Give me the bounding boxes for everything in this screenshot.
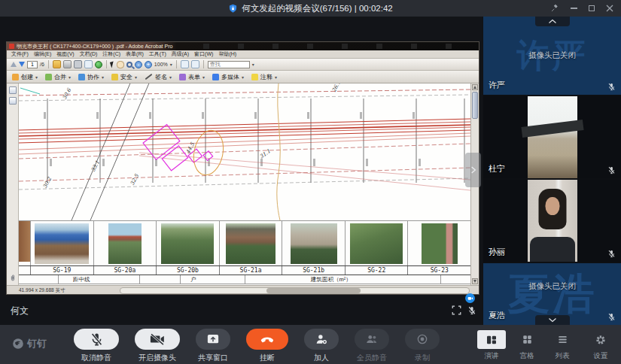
tool-label: 签名	[155, 73, 167, 81]
horizontal-scrollbar[interactable]	[120, 287, 470, 294]
page-number-input[interactable]	[27, 61, 38, 68]
camera-on-button[interactable]: 开启摄像头	[135, 329, 180, 363]
add-person-button[interactable]: 加人	[304, 329, 339, 363]
tool-combine-button[interactable]: 合并▾	[45, 73, 71, 81]
v-scroll-thumb[interactable]	[472, 92, 478, 119]
photo-cell	[94, 221, 157, 265]
mute-all-button[interactable]: 全员静音	[355, 329, 389, 363]
collapse-down-button[interactable]	[535, 315, 570, 325]
tool-label: 合并	[54, 73, 66, 81]
photo-label: SG-19	[31, 266, 94, 275]
settings-button[interactable]: 设置	[589, 330, 612, 361]
gear-icon	[589, 330, 612, 349]
fit-page-icon[interactable]	[191, 60, 199, 68]
comment-icon	[251, 74, 258, 80]
minimize-button[interactable]	[571, 8, 577, 9]
page-prev-button[interactable]	[11, 62, 17, 67]
participant-tile[interactable]: 许严 摄像头已关闭 许严	[483, 17, 621, 95]
fullscreen-icon[interactable]	[452, 305, 461, 315]
page-next-button[interactable]	[19, 62, 25, 67]
menu-file[interactable]: 文件(F)	[11, 50, 29, 58]
share-window-button[interactable]: 共享窗口	[196, 329, 230, 363]
layers-panel-icon[interactable]	[9, 97, 17, 105]
participant-tile[interactable]: 孙丽	[483, 180, 621, 262]
participant-tile[interactable]: 夏浩 摄像头已关闭 夏浩	[483, 263, 621, 325]
menu-help[interactable]: 帮助(H)	[218, 50, 236, 58]
h-scroll-thumb[interactable]	[266, 288, 361, 293]
combine-icon	[45, 74, 52, 80]
hangup-button[interactable]: 挂断	[246, 329, 288, 363]
call-controls: 取消静音 开启摄像头 共享窗口 挂断 加人	[74, 329, 440, 363]
scroll-up-button[interactable]	[472, 84, 478, 90]
menu-window[interactable]: 窗口(W)	[194, 50, 213, 58]
divider	[203, 60, 204, 68]
camera-bubble-icon[interactable]	[465, 293, 475, 303]
tool-label: 多媒体	[221, 73, 239, 81]
pages-panel-icon[interactable]	[9, 86, 17, 94]
print-icon[interactable]	[63, 60, 72, 68]
divider	[48, 60, 49, 68]
document-canvas[interactable]: 30.6 33.1 32.5 30.2 44.5 31.1 26.1	[19, 83, 470, 285]
tool-secure-button[interactable]: 安全▾	[111, 73, 137, 81]
zoom-in-button[interactable]: +	[145, 61, 152, 68]
pdf-menubar: 文件(F) 编辑(E) 视图(V) 文档(D) 注释(C) 表单(R) 工具(T…	[7, 50, 479, 59]
tool-sign-button[interactable]: 签名▾	[145, 73, 172, 81]
presenter-mic-muted-icon	[467, 306, 476, 315]
tool-create-button[interactable]: 创建▾	[12, 73, 38, 81]
photo-image	[19, 221, 30, 262]
record-label: 录制	[415, 353, 430, 363]
zoom-out-button[interactable]: -	[135, 61, 142, 68]
photo-cell	[282, 221, 346, 265]
tool-collaborate-button[interactable]: 协作▾	[78, 73, 104, 81]
tool-comment-button[interactable]: 注释▾	[251, 73, 277, 81]
dingtalk-logo-text: 钉钉	[27, 337, 47, 350]
hand-tool-icon[interactable]	[117, 61, 124, 68]
meeting-shield-icon	[228, 4, 238, 14]
table-label-centerline: 距中线	[73, 276, 90, 284]
participant-video	[528, 96, 577, 178]
zoom-tool-icon[interactable]	[126, 62, 132, 68]
record-button[interactable]: 录制	[405, 329, 440, 363]
view-grid-label: 宫格	[520, 351, 534, 361]
sidebar-collapse-handle[interactable]	[465, 153, 481, 187]
tool-label: 表单	[188, 73, 200, 81]
view-list-button[interactable]: 列表	[548, 330, 577, 361]
view-grid-button[interactable]: 宫格	[513, 330, 541, 361]
collapse-up-button[interactable]	[535, 17, 570, 26]
menu-forms[interactable]: 表单(R)	[126, 50, 144, 58]
menu-tools[interactable]: 工具(T)	[149, 50, 166, 58]
photo-label: SG-20a	[94, 266, 157, 275]
pin-icon[interactable]	[550, 4, 559, 13]
photo-strip: SG-19 SG-20a SG-20b SG-21a SG-21b SG-22 …	[19, 220, 470, 284]
find-input[interactable]	[208, 61, 250, 68]
maximize-button[interactable]	[589, 5, 595, 11]
survey-plan-drawing: 30.6 33.1 32.5 30.2 44.5 31.1 26.1	[19, 83, 470, 220]
attachments-paperclip-icon[interactable]	[9, 274, 17, 283]
scroll-down-button[interactable]	[472, 278, 478, 284]
menu-edit[interactable]: 编辑(E)	[34, 50, 51, 58]
tool-forms-button[interactable]: 表单▾	[179, 73, 205, 81]
participant-tile[interactable]: 杜宁	[483, 96, 621, 178]
snapshot-icon[interactable]	[84, 60, 93, 68]
open-file-icon[interactable]	[53, 60, 61, 68]
select-tool-icon[interactable]	[110, 61, 115, 68]
menu-view[interactable]: 视图(V)	[56, 50, 74, 58]
menu-comments[interactable]: 注释(C)	[102, 50, 120, 58]
unmute-button[interactable]: 取消静音	[74, 329, 119, 363]
zoom-level[interactable]: 100%	[154, 62, 168, 67]
participant-name: 许严	[489, 80, 505, 91]
view-speaker-button[interactable]: 演讲	[477, 330, 506, 361]
photo-cell	[408, 221, 470, 265]
save-icon[interactable]	[74, 60, 82, 68]
mic-muted-icon	[607, 250, 616, 258]
pdf-statusbar: 41.994 x 29.688 英寸	[7, 285, 479, 295]
menu-document[interactable]: 文档(D)	[80, 50, 98, 58]
export-icon[interactable]	[95, 61, 102, 68]
zoom-caret-icon[interactable]: ▾	[170, 62, 172, 67]
fit-width-icon[interactable]	[181, 60, 189, 68]
close-button[interactable]	[606, 5, 613, 12]
view-list-label: 列表	[556, 351, 570, 361]
menu-advanced[interactable]: 高级(A)	[172, 50, 189, 58]
tool-multimedia-button[interactable]: 多媒体▾	[212, 73, 244, 81]
find-caret-icon[interactable]: ▾	[252, 62, 254, 67]
